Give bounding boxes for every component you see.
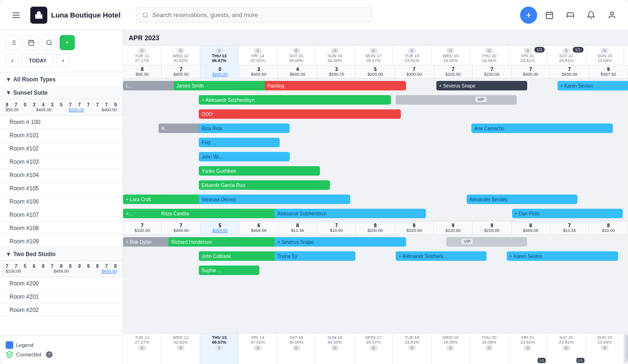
vip-badge-200: VIP [461,239,473,244]
reservation-bar-severus[interactable]: + Severus Snape [436,81,527,90]
search-bar[interactable] [136,7,372,23]
legend-connected-item: Connected ? [6,351,117,358]
date-col-thu13: 0 THU 13 66.67% [200,46,239,65]
user-button[interactable] [603,7,620,24]
reservation-bar-fritz[interactable]: Fritz ... [199,138,280,147]
reservation-bar-severus2[interactable]: + Severus Snape [274,237,406,247]
reservation-bar-john-wi[interactable]: John Wi... [199,152,290,161]
reservation-bar-ooo[interactable]: OOO [199,109,401,119]
search-icon [142,12,149,18]
calendar-body[interactable]: 8$55.00 7$405.00 0$200.00 3$400.50 4$500… [123,65,628,333]
prev-button[interactable]: ‹ [6,54,19,67]
room-row: Room #104 [0,169,123,182]
two-bed-studio-label: Two Bed Studio [13,251,56,257]
next-button[interactable]: › [56,54,70,67]
nav-buttons: ‹ TODAY › [6,54,117,67]
left-panel: + ‹ TODAY › ▼ All Room Types ▼ Sunset Su… [0,30,123,364]
search-input[interactable] [152,11,366,18]
reservation-bar-trisha[interactable]: Trisha Sy [274,251,355,261]
date-col-tue11: 0 TUE 11 27.27% [123,46,161,65]
main-content: + ‹ TODAY › ▼ All Room Types ▼ Sunset Su… [0,30,628,364]
list-view-button[interactable] [6,35,21,50]
sunset-suite-summary: 8703435777779 $55.00$405.00$200.00$400.5… [0,99,123,115]
svg-point-4 [142,12,147,17]
room-104-row: Fritz ... [123,135,628,150]
reservation-bar-vanessa[interactable]: Vanessa Demey [199,195,350,204]
today-button[interactable]: TODAY [22,54,53,67]
reservation-bar-alexander[interactable]: Alexander Bentley [467,195,578,204]
reservation-bar-dan[interactable]: + Dan Pinto [512,209,623,218]
date-col-tue18: 0 TUE 18 23.81% [393,46,431,65]
search-view-button[interactable] [42,35,57,50]
date-col-fri14: 0 FRI 14 47.62% [239,46,277,65]
collapse-icon: ▼ [6,251,11,257]
room-100-row: L... James Smith Painting + Severus Snap… [123,79,628,93]
all-room-types-label: All Room Types [13,76,56,83]
date-col-wed12: 0 WED 12 31.82% [161,46,200,65]
reservation-bar-painting[interactable]: Painting [265,81,406,90]
reservation-bar-karen[interactable]: + Karen Sexton [557,81,628,90]
new-reservation-button[interactable]: + [60,35,75,50]
legend-label: Legend [16,342,34,348]
hamburger-button[interactable] [8,7,25,24]
reservation-bar-lara[interactable]: + Lara Croft [123,195,204,204]
room-202-row: Sophie ... [123,263,628,277]
date-col-thu20: 0 THU 20 19.05% [470,46,508,65]
room-row: Room #106 [0,195,123,208]
room-row: Room #101 [0,129,123,142]
reservation-bar-aleksandr2[interactable]: Aleksandr Solzhenitsyn [274,209,426,218]
calendar-view-button[interactable] [24,35,39,50]
bed-button[interactable] [562,7,579,24]
reservation-bar-richard[interactable]: Richard Henderson [168,237,280,247]
reservation-bar-ana[interactable]: Ana Camacho [471,124,613,133]
add-button[interactable] [520,7,537,24]
date-col-sun23: 0 SUN 23 13.64% [586,46,624,65]
reservation-bar-vip-200 [446,237,527,247]
room-row: Room #107 [0,208,123,222]
reservation-bar-sophie[interactable]: Sophie ... [199,266,259,275]
scrollbar-thumb[interactable] [625,335,628,363]
reservation-bar-vip-cont [396,95,517,105]
calendar-area: APR 2023 0 TUE 11 27.27% 0 WED 12 31.82% [123,30,628,364]
legend-footer: Legend Connected ? [0,335,123,364]
all-room-types-header[interactable]: ▼ All Room Types [0,72,123,87]
month-label: APR 2023 [123,30,628,46]
svg-rect-16 [29,40,34,45]
date-col-sat15: 0 SAT 15 30.00% [277,46,316,65]
calendar-footer: TUE 11 27.27% 0 WED 12 31.82% 0 THU 13 6… [123,333,628,364]
scrollbar-track[interactable] [624,334,628,364]
room-103-row: A... Rica Rica Ana Camacho [123,121,628,135]
room-row: Room # 100 [0,115,123,129]
reservation-bar-karen2[interactable]: + Karen Sexton [507,251,618,261]
reservation-bar-john-coltrane[interactable]: John Coltrane [199,251,280,261]
hotel-name: Luna Boutique Hotel [51,11,121,19]
reservation-bar-ritza[interactable]: Ritza Candra [159,209,280,218]
reservation-bar-bob[interactable]: + Bob Dylan [123,237,174,247]
toolbar-top: + ‹ TODAY › [0,30,123,72]
header-actions [520,7,620,24]
room-row: Room #105 [0,182,123,195]
vip-badge: VIP [475,97,487,102]
sunset-suite-header[interactable]: ▼ Sunset Suite [0,87,123,99]
room-row: Room #109 [0,235,123,248]
reservation-bar-yuriko[interactable]: Yuriko Gushiken [199,166,320,176]
calendar-button[interactable] [541,7,558,24]
reservation-bar-aleksandr3[interactable]: + Aleksandr Soizheni... [396,251,486,261]
help-icon[interactable]: ? [46,351,53,358]
collapse-icon: ▼ [6,76,11,83]
reservation-bar-plus-partial[interactable]: +... [123,209,163,218]
bell-button[interactable] [583,7,600,24]
room-109-row: +... Ritza Candra Aleksandr Solzhenitsyn… [123,206,628,221]
reservation-bar-eduardo[interactable]: Eduardo Garcia Ruiz [199,180,330,190]
sunset-suite-grid-summary: 8$55.00 7$405.00 0$200.00 3$400.50 4$500… [123,65,628,79]
room-101-row: + Aleksandr Solzhenitsyn VIP [123,93,628,107]
reservation-bar-rica-rica[interactable]: Rica Rica [199,124,290,133]
collapse-icon: ▼ [6,89,11,96]
two-bed-studio-header[interactable]: ▼ Two Bed Studio [0,248,123,261]
room-102-row: OOO [123,107,628,121]
room-108-row: + Lara Croft Vanessa Demey Alexander Ben… [123,192,628,206]
reservation-bar-aleksandr[interactable]: + Aleksandr Solzhenitsyn [199,95,390,105]
svg-point-20 [47,40,51,44]
app-header: Luna Boutique Hotel [0,0,628,30]
reservation-bar-a[interactable]: A... [159,124,204,133]
